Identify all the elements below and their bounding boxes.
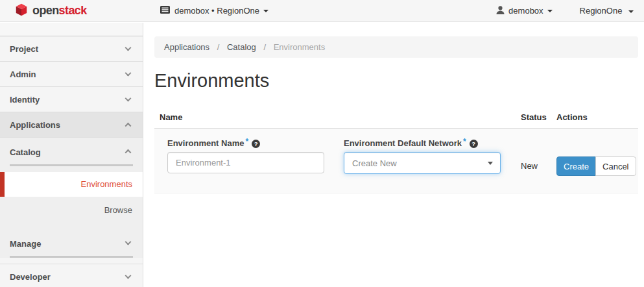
actions-cell: CreateCancel [556, 137, 638, 176]
label-text: Environment Default Network [344, 138, 462, 148]
project-switcher-label: demobox • RegionOne [174, 6, 259, 16]
chevron-down-icon [125, 238, 132, 245]
label-text: Environment Name [167, 138, 244, 148]
table-header-row: Name Status Actions [154, 108, 638, 129]
help-question-icon[interactable]: ? [252, 140, 260, 148]
sidebar-nav: Project Admin Identity Applications Cata… [0, 23, 143, 287]
name-cell: Environment Name*? Environment Default N… [154, 137, 521, 176]
brand-wordmark: openstack [32, 4, 87, 18]
default-network-select[interactable]: Create New [344, 152, 501, 174]
sidebar-item-identity[interactable]: Identity [0, 87, 143, 112]
default-network-select-wrap: Create New [344, 152, 501, 174]
header-right-menus: demobox RegionOne [496, 6, 644, 16]
default-network-label: Environment Default Network*? [344, 137, 501, 148]
chevron-down-icon [125, 95, 132, 102]
region-menu[interactable]: RegionOne [580, 6, 634, 16]
chevron-down-icon [125, 70, 132, 77]
project-region-switcher[interactable]: demobox • RegionOne [160, 6, 268, 16]
caret-down-icon [628, 10, 634, 13]
region-menu-label: RegionOne [580, 6, 623, 16]
sidebar-item-label: Manage [10, 239, 41, 249]
breadcrumb-applications[interactable]: Applications [164, 42, 209, 52]
sidebar-item-label: Applications [10, 120, 60, 130]
sidebar-item-project[interactable]: Project [0, 36, 143, 62]
catalog-divider [10, 164, 133, 166]
cancel-button[interactable]: Cancel [595, 156, 636, 176]
openstack-cube-icon [14, 3, 32, 19]
manage-divider [10, 256, 133, 258]
default-network-field-group: Environment Default Network*? Create New [344, 137, 501, 176]
page-title: Environments [154, 70, 644, 92]
sidebar-item-applications[interactable]: Applications [0, 112, 143, 138]
sidebar-item-label: Environments [81, 179, 132, 189]
caret-down-icon [263, 10, 268, 12]
create-button[interactable]: Create [556, 156, 596, 176]
column-header-actions: Actions [556, 112, 638, 122]
sidebar-item-label: Project [10, 44, 38, 54]
help-question-icon[interactable]: ? [470, 140, 478, 148]
status-cell: New [521, 137, 556, 176]
main-content: Applications / Catalog / Environments En… [143, 23, 644, 287]
environment-name-input[interactable] [167, 152, 324, 173]
required-asterisk: * [245, 137, 248, 146]
required-asterisk: * [463, 137, 466, 146]
openstack-logo[interactable]: openstack [0, 3, 143, 19]
user-icon [496, 6, 508, 16]
environment-name-field-group: Environment Name*? [167, 137, 324, 176]
sidebar-item-developer[interactable]: Developer [0, 264, 143, 287]
project-list-icon [160, 6, 174, 16]
caret-down-icon [547, 10, 553, 12]
chevron-down-icon [125, 45, 132, 51]
sidebar-item-admin[interactable]: Admin [0, 62, 143, 87]
breadcrumb-current: Environments [274, 42, 325, 52]
sidebar-item-catalog[interactable]: Catalog [0, 138, 143, 164]
brand-open-text: open [32, 4, 59, 17]
chevron-up-icon [125, 149, 132, 155]
user-menu-label: demobox [508, 6, 543, 16]
chevron-up-icon [125, 123, 132, 129]
breadcrumb-catalog[interactable]: Catalog [227, 42, 256, 52]
environments-table: Name Status Actions Environment Name*? E… [154, 108, 638, 193]
sidebar-item-environments[interactable]: Environments [0, 172, 143, 197]
breadcrumb: Applications / Catalog / Environments [154, 36, 638, 58]
user-menu[interactable]: demobox [496, 6, 552, 16]
sidebar-item-label: Browse [104, 205, 132, 215]
top-header-bar: openstack demobox • RegionOne demobox [0, 0, 644, 22]
status-value: New [521, 161, 538, 171]
environment-name-label: Environment Name*? [167, 137, 324, 148]
new-environment-row: Environment Name*? Environment Default N… [154, 129, 638, 193]
sidebar-item-label: Catalog [10, 147, 41, 157]
column-header-name: Name [154, 112, 521, 122]
column-header-status: Status [521, 112, 556, 122]
breadcrumb-separator: / [217, 42, 220, 52]
sidebar-item-label: Developer [10, 272, 51, 282]
sidebar-item-manage[interactable]: Manage [0, 229, 143, 256]
sidebar-item-label: Admin [10, 69, 36, 79]
breadcrumb-separator: / [263, 42, 266, 52]
brand-stack-text: stack [59, 4, 87, 17]
sidebar-item-browse[interactable]: Browse [0, 197, 143, 224]
chevron-down-icon [125, 272, 132, 279]
applications-panel-group: Catalog Environments Browse Manage [0, 138, 143, 258]
sidebar-item-label: Identity [10, 95, 40, 105]
sidebar-top-stub [0, 23, 143, 36]
